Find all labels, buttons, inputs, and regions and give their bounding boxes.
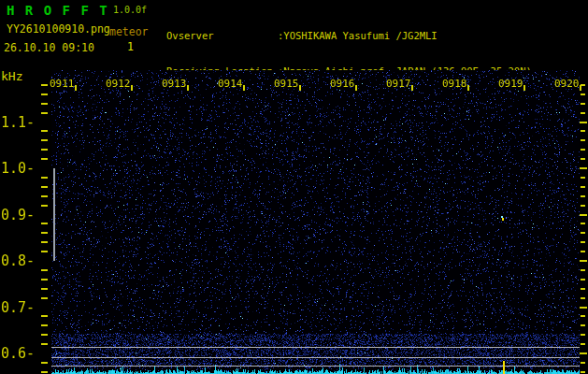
time-tick-mark (75, 85, 77, 91)
freq-minor-tick-left (41, 371, 48, 373)
y-axis-unit-label: kHz (1, 69, 22, 83)
freq-minor-tick-right (581, 158, 585, 160)
meteor-echo-dot (506, 217, 507, 219)
freq-minor-tick-left (41, 279, 48, 280)
freq-minor-tick-right (581, 94, 585, 95)
freq-minor-tick-left (41, 139, 48, 141)
freq-minor-tick-right (581, 251, 585, 252)
time-tick-mark (187, 85, 189, 91)
freq-minor-tick-right (581, 112, 585, 114)
time-tick-label: 0913 (162, 78, 187, 90)
freq-tick-label: 1.0- (1, 160, 50, 177)
freq-minor-tick-left (41, 177, 48, 179)
freq-major-tick-right (580, 167, 587, 169)
freq-minor-tick-right (581, 139, 585, 141)
observer-row: Ovserver:YOSHIKAWA Yasufumi /JG2MLI (166, 30, 555, 42)
freq-tick-label: 0.8- (1, 252, 50, 269)
freq-minor-tick-left (41, 251, 48, 252)
time-tick-mark (523, 85, 525, 91)
freq-minor-tick-right (581, 334, 585, 336)
freq-minor-tick-left (41, 288, 48, 290)
freq-minor-tick-right (581, 288, 585, 290)
time-tick-label: 0915 (274, 78, 299, 90)
time-tick-label: 0916 (330, 78, 355, 90)
time-tick-label: 0911 (50, 78, 75, 90)
freq-minor-tick-right (581, 371, 585, 373)
time-tick-label: 0914 (218, 78, 243, 90)
echo-count: 1 (127, 40, 134, 53)
time-tick-label: 0912 (106, 78, 131, 90)
freq-minor-tick-right (581, 232, 585, 234)
carrier-reference-line (51, 357, 580, 358)
freq-tick-label: 0.7- (1, 299, 50, 316)
time-tick-mark (243, 85, 245, 91)
freq-minor-tick-right (581, 324, 585, 326)
freq-minor-tick-left (41, 158, 48, 160)
app-version: 1.0.0f (113, 5, 147, 15)
observer-row-value: :YOSHIKAWA Yasufumi /JG2MLI (278, 30, 437, 41)
output-filename: YY2610100910.png (7, 22, 110, 36)
freq-minor-tick-right (581, 177, 585, 179)
time-tick-label: 0920 (554, 78, 580, 90)
time-tick-label: 0917 (386, 78, 411, 90)
freq-minor-tick-left (41, 334, 48, 336)
freq-minor-tick-left (41, 223, 48, 224)
freq-minor-tick-left (41, 84, 48, 86)
freq-major-tick-right (580, 214, 587, 216)
freq-minor-tick-left (41, 343, 48, 345)
time-tick-mark (355, 85, 357, 91)
freq-minor-tick-left (41, 112, 48, 114)
time-tick-mark (580, 85, 581, 91)
freq-minor-tick-left (41, 324, 48, 326)
time-tick-mark (299, 85, 301, 91)
freq-minor-tick-left (41, 297, 48, 299)
freq-minor-tick-right (581, 205, 585, 207)
mode-label: meteor (109, 25, 149, 38)
echo-detect-marker (503, 361, 505, 374)
freq-minor-tick-left (41, 232, 48, 234)
spectrogram: 0911091209130914091509160917091809190920 (51, 70, 580, 374)
spectrogram-canvas (51, 70, 580, 374)
observation-datetime: 26.10.10 09:10 (4, 41, 94, 54)
freq-minor-tick-left (41, 130, 48, 132)
time-tick-label: 0919 (498, 78, 523, 90)
freq-minor-tick-left (41, 195, 48, 197)
startup-trace-line (53, 168, 55, 261)
freq-minor-tick-left (41, 94, 48, 95)
freq-minor-tick-right (581, 186, 585, 188)
freq-minor-tick-right (581, 343, 585, 345)
freq-minor-tick-left (41, 149, 48, 151)
freq-minor-tick-left (41, 205, 48, 207)
freq-minor-tick-right (581, 362, 585, 364)
freq-major-tick-right (580, 122, 587, 123)
meteor-echo-dot (502, 218, 504, 221)
time-tick-mark (411, 85, 413, 91)
time-tick-mark (467, 85, 469, 91)
freq-minor-tick-right (581, 315, 585, 317)
freq-minor-tick-right (581, 103, 585, 105)
freq-major-tick-right (580, 352, 587, 354)
app-title: H R O F F T (7, 3, 108, 18)
observer-row-label: Ovserver (166, 30, 278, 42)
freq-minor-tick-left (41, 269, 48, 271)
freq-minor-tick-right (581, 223, 585, 224)
freq-major-tick-right (580, 260, 587, 262)
carrier-reference-line (51, 366, 580, 367)
freq-minor-tick-right (581, 149, 585, 151)
freq-minor-tick-right (581, 130, 585, 132)
freq-minor-tick-left (41, 103, 48, 105)
freq-minor-tick-right (581, 241, 585, 243)
freq-minor-tick-right (581, 269, 585, 271)
freq-minor-tick-right (581, 195, 585, 197)
freq-minor-tick-right (581, 297, 585, 299)
time-tick-mark (131, 85, 133, 91)
time-tick-label: 0918 (442, 78, 467, 90)
freq-minor-tick-right (581, 279, 585, 280)
freq-major-tick-right (580, 307, 587, 309)
freq-minor-tick-left (41, 362, 48, 364)
freq-minor-tick-right (581, 84, 585, 86)
freq-minor-tick-left (41, 315, 48, 317)
freq-minor-tick-left (41, 241, 48, 243)
hrofft-screen: H R O F F T 1.0.0f YY2610100910.png mete… (0, 0, 588, 374)
carrier-reference-line (51, 347, 580, 348)
